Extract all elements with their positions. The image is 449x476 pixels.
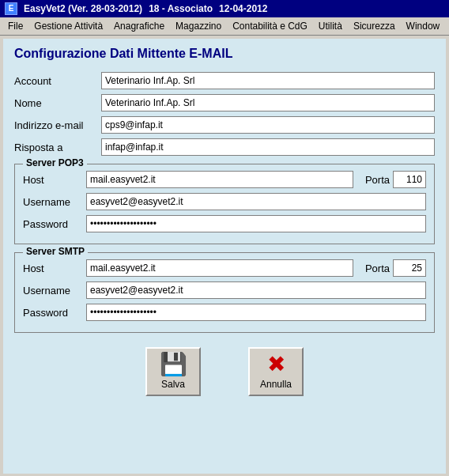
risposta-input[interactable] — [101, 138, 435, 156]
smtp-password-label: Password — [23, 307, 86, 319]
pop3-username-row: Username — [23, 193, 426, 210]
menu-sicurezza[interactable]: Sicurezza — [349, 19, 400, 33]
menu-utilita[interactable]: Utilità — [314, 19, 347, 33]
page-title: Configurazione Dati Mittente E-MAIL — [14, 47, 435, 61]
nome-input[interactable] — [101, 94, 435, 111]
pop3-username-input[interactable] — [86, 193, 426, 210]
menu-magazzino[interactable]: Magazzino — [171, 19, 226, 33]
account-row: Account — [14, 72, 435, 89]
date-info: 12-04-2012 — [219, 3, 267, 14]
smtp-username-label: Username — [23, 285, 86, 297]
smtp-password-input[interactable] — [86, 304, 426, 321]
menu-anagrafiche[interactable]: Anagrafiche — [109, 19, 169, 33]
cancel-icon: ✖ — [267, 353, 285, 376]
menu-gestione[interactable]: Gestione Attività — [29, 19, 108, 33]
title-bar: E EasyVet2 (Ver. 28-03-2012) 18 - Associ… — [0, 0, 449, 17]
cancel-button[interactable]: ✖ Annulla — [248, 347, 304, 396]
menu-file[interactable]: File — [3, 19, 28, 33]
smtp-host-row: Host Porta — [23, 259, 426, 277]
app-title: EasyVet2 (Ver. 28-03-2012) — [24, 3, 142, 14]
pop3-password-input[interactable] — [86, 215, 426, 232]
smtp-username-row: Username — [23, 281, 426, 299]
risposta-row: Risposta a — [14, 138, 435, 156]
menu-contabilita[interactable]: Contabilità e CdG — [228, 19, 312, 33]
save-button[interactable]: 💾 Salva — [145, 347, 201, 396]
smtp-legend: Server SMTP — [23, 246, 88, 257]
smtp-porta-input[interactable] — [393, 259, 426, 277]
indirizzo-row: Indirizzo e-mail — [14, 116, 435, 134]
risposta-label: Risposta a — [14, 142, 101, 153]
smtp-porta-label: Porta — [360, 263, 390, 274]
session-info: 18 - Associato — [149, 3, 213, 14]
save-label: Salva — [161, 379, 185, 390]
account-input[interactable] — [101, 72, 435, 89]
pop3-username-label: Username — [23, 196, 86, 208]
app-icon: E — [5, 2, 17, 15]
smtp-group: Server SMTP Host Porta Username Password — [14, 252, 435, 333]
menu-window[interactable]: Window — [402, 19, 445, 33]
button-area: 💾 Salva ✖ Annulla — [14, 347, 435, 396]
smtp-host-input[interactable] — [86, 259, 353, 277]
pop3-password-label: Password — [23, 218, 86, 230]
smtp-username-input[interactable] — [86, 281, 426, 299]
pop3-host-label: Host — [23, 174, 86, 186]
indirizzo-label: Indirizzo e-mail — [14, 119, 101, 131]
nome-row: Nome — [14, 94, 435, 111]
pop3-legend: Server POP3 — [23, 157, 87, 168]
nome-label: Nome — [14, 97, 101, 109]
pop3-host-input[interactable] — [86, 171, 353, 188]
cancel-label: Annulla — [260, 379, 292, 390]
pop3-group: Server POP3 Host Porta Username Password — [14, 164, 435, 244]
smtp-password-row: Password — [23, 304, 426, 321]
main-content: Configurazione Dati Mittente E-MAIL Acco… — [3, 39, 446, 474]
account-label: Account — [14, 75, 101, 87]
menu-bar: File Gestione Attività Anagrafiche Magaz… — [0, 17, 449, 36]
pop3-porta-label: Porta — [360, 174, 390, 186]
pop3-porta-input[interactable] — [393, 171, 426, 188]
pop3-password-row: Password — [23, 215, 426, 232]
save-icon: 💾 — [160, 353, 187, 376]
smtp-host-label: Host — [23, 263, 86, 274]
indirizzo-input[interactable] — [101, 116, 435, 134]
pop3-host-row: Host Porta — [23, 171, 426, 188]
